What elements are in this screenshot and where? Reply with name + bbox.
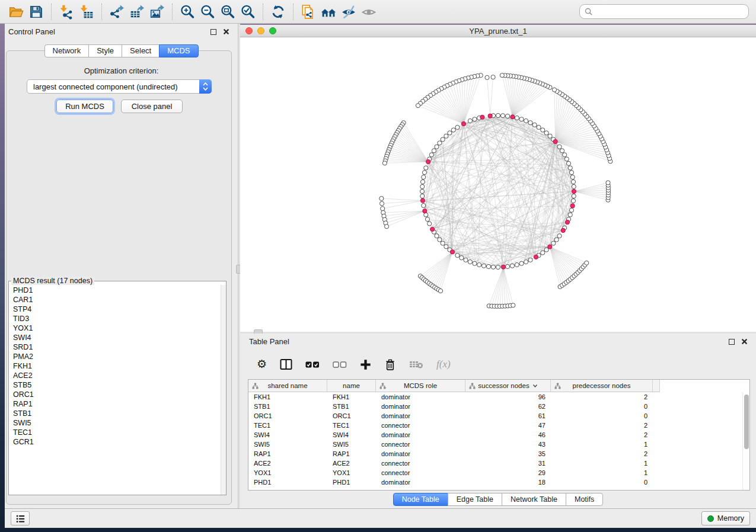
mcds-result-item[interactable]: RAP1: [13, 399, 220, 409]
close-panel-button[interactable]: Close panel: [121, 100, 183, 113]
tab-node-table[interactable]: Node Table: [393, 493, 448, 506]
mcds-result-item[interactable]: YOX1: [13, 323, 220, 333]
mcds-result-item[interactable]: GCR1: [13, 437, 220, 447]
unselect-all-columns-icon[interactable]: [333, 357, 347, 371]
table-toolbar: ⚙ f(x): [240, 351, 756, 377]
show-all-button[interactable]: [359, 2, 379, 21]
mcds-result-item[interactable]: CAR1: [13, 295, 220, 305]
cell-mcds-role: dominator: [376, 412, 465, 419]
mcds-result-item[interactable]: TID3: [13, 314, 220, 323]
export-network-button[interactable]: [107, 2, 127, 21]
save-icon: [28, 4, 44, 20]
cell-predecessor-nodes: 0: [551, 479, 653, 486]
mcds-result-item[interactable]: SWI4: [13, 333, 220, 342]
mcds-result-item[interactable]: TEC1: [13, 428, 220, 437]
mcds-result-item[interactable]: SRD1: [13, 342, 220, 352]
export-table-button[interactable]: [127, 2, 147, 21]
column-header-shared-name[interactable]: shared name: [248, 380, 327, 392]
tab-style[interactable]: Style: [88, 44, 122, 57]
search-input[interactable]: [595, 8, 744, 16]
table-row[interactable]: ORC1ORC1dominator610: [248, 411, 749, 421]
function-builder-icon[interactable]: f(x): [436, 357, 451, 371]
import-network-button[interactable]: [56, 2, 76, 21]
zoom-fit-button[interactable]: [218, 2, 238, 21]
column-header-predecessor-nodes[interactable]: predecessor nodes: [551, 380, 653, 392]
table-row[interactable]: RAP1RAP1dominator352: [248, 449, 749, 459]
cell-shared-name: ORC1: [248, 412, 327, 419]
save-session-button[interactable]: [26, 2, 46, 21]
table-row[interactable]: STB1STB1dominator620: [248, 402, 749, 411]
tab-edge-table[interactable]: Edge Table: [448, 493, 502, 506]
cell-shared-name: FKH1: [248, 393, 327, 400]
mcds-result-item[interactable]: STP4: [13, 305, 220, 314]
search-field: [579, 4, 749, 19]
table-row[interactable]: SWI5SWI5connector431: [248, 440, 749, 449]
tab-select[interactable]: Select: [122, 44, 160, 57]
mcds-result-item[interactable]: FKH1: [13, 361, 220, 371]
mcds-result-item[interactable]: PMA2: [13, 352, 220, 361]
table-settings-gear-icon[interactable]: ⚙: [257, 357, 267, 371]
close-table-panel-icon[interactable]: [741, 338, 748, 345]
column-header-successor-nodes[interactable]: successor nodes: [465, 380, 551, 392]
network-graph[interactable]: [240, 37, 756, 332]
status-bar: Memory: [5, 508, 756, 528]
zoom-out-icon: [200, 4, 215, 20]
cell-mcds-role: dominator: [376, 450, 465, 457]
export-image-button[interactable]: [147, 2, 167, 21]
close-panel-icon[interactable]: [223, 28, 229, 35]
memory-button[interactable]: Memory: [701, 511, 750, 525]
task-history-button[interactable]: [11, 511, 30, 525]
refresh-layout-button[interactable]: [268, 2, 288, 21]
first-neighbors-button[interactable]: [318, 2, 339, 21]
cell-predecessor-nodes: 0: [551, 403, 653, 410]
import-table-button[interactable]: [76, 2, 97, 21]
clone-network-button[interactable]: [298, 2, 318, 21]
table-row[interactable]: SWI4SWI4dominator462: [248, 430, 749, 440]
mcds-result-item[interactable]: STB1: [13, 409, 220, 418]
mcds-result-fieldset: MCDS result (17 nodes) PHD1CAR1STP4TID3Y…: [8, 277, 227, 495]
mcds-result-item[interactable]: SWI5: [13, 418, 220, 428]
mcds-list-scrollbar[interactable]: [221, 285, 226, 495]
column-header-mcds-role[interactable]: MCDS role: [376, 380, 465, 392]
show-column-panel-icon[interactable]: [280, 357, 292, 371]
table-row[interactable]: TEC1TEC1connector472: [248, 421, 749, 430]
mcds-result-item[interactable]: STB5: [13, 380, 220, 390]
open-file-button[interactable]: [6, 2, 26, 21]
mcds-result-title: MCDS result (17 nodes): [11, 277, 94, 285]
node-table: shared namenameMCDS rolesuccessor nodesp…: [248, 379, 750, 491]
mcds-result-item[interactable]: ORC1: [13, 390, 220, 399]
table-row[interactable]: YOX1YOX1connector291: [248, 468, 749, 477]
zoom-out-button[interactable]: [197, 2, 218, 21]
delete-column-trash-icon[interactable]: [384, 357, 396, 371]
mcds-result-item[interactable]: ACE2: [13, 371, 220, 380]
table-row[interactable]: ACE2ACE2connector311: [248, 459, 749, 468]
toolbar-separator: [101, 4, 102, 20]
table-row[interactable]: FKH1FKH1dominator962: [248, 392, 749, 402]
toolbar-separator: [263, 4, 263, 20]
optimization-criterion-select[interactable]: largest connected component (undirected): [27, 79, 212, 94]
float-table-panel-icon[interactable]: [729, 339, 735, 345]
select-all-columns-icon[interactable]: [305, 357, 320, 371]
optimization-criterion-label: Optimization criterion:: [5, 66, 238, 75]
tab-motifs[interactable]: Motifs: [566, 493, 603, 506]
run-mcds-button[interactable]: Run MCDS: [56, 100, 113, 113]
tab-network-table[interactable]: Network Table: [502, 493, 566, 506]
cell-predecessor-nodes: 0: [551, 412, 653, 419]
tab-network[interactable]: Network: [44, 44, 89, 57]
delete-table-icon[interactable]: [409, 357, 423, 371]
control-panel-title: Control Panel: [8, 27, 55, 36]
table-scrollbar-track[interactable]: [742, 392, 749, 490]
zoom-in-button[interactable]: [177, 2, 197, 21]
zoom-selected-button[interactable]: [238, 2, 258, 21]
table-row[interactable]: PHD1PHD1dominator180: [248, 477, 749, 487]
export-image-icon: [149, 4, 165, 20]
tab-mcds[interactable]: MCDS: [159, 44, 198, 57]
mcds-result-item[interactable]: PHD1: [13, 286, 220, 295]
table-scrollbar-thumb[interactable]: [744, 395, 749, 449]
column-header-name[interactable]: name: [327, 380, 376, 392]
float-panel-icon[interactable]: [210, 29, 216, 35]
add-column-icon[interactable]: [360, 357, 371, 371]
cell-successor-nodes: 61: [465, 412, 551, 419]
network-window: YPA_prune.txt_1: [240, 25, 756, 332]
hide-selected-button[interactable]: [339, 2, 359, 21]
